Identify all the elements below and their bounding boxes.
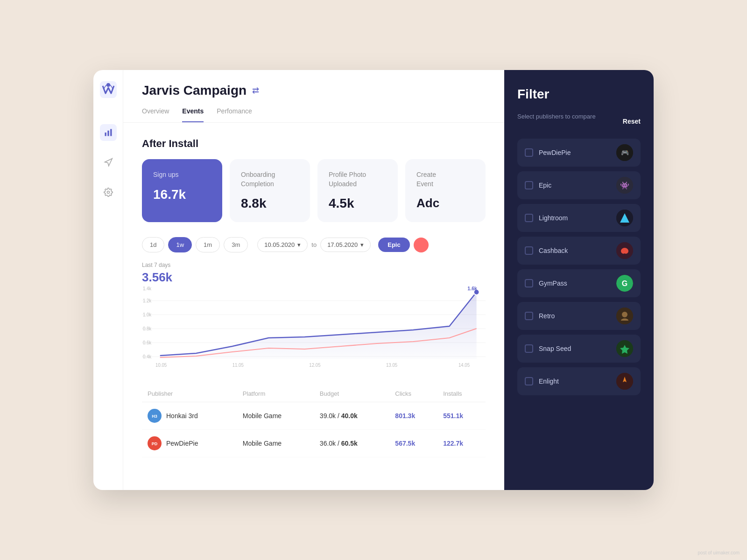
- metric-cards: Sign ups 16.7k OnboardingCompletion 8.8k…: [142, 159, 486, 222]
- filter-subtitle: Select publishers to compare: [517, 113, 596, 120]
- snapseed-checkbox[interactable]: [525, 344, 533, 353]
- sidebar: [93, 70, 123, 490]
- svg-text:G: G: [622, 280, 627, 287]
- swap-icon[interactable]: ⇄: [252, 85, 259, 96]
- chart-area: 0.4k 0.6k 0.8k 1.0k 1.2k 1.4k: [142, 287, 486, 371]
- tab-overview[interactable]: Overview: [142, 107, 169, 122]
- svg-text:H3: H3: [152, 414, 157, 419]
- reset-button[interactable]: Reset: [623, 118, 641, 125]
- platform-honkai: Mobile Game: [237, 402, 314, 430]
- svg-point-1: [106, 83, 110, 87]
- clicks-honkai: 801.3k: [389, 402, 437, 430]
- table-row: H3 Honkai 3rd Mobile Game 39.0k / 40.0k …: [142, 402, 486, 430]
- gympass-name: GymPass: [539, 280, 567, 287]
- metric-value-signups: 16.7k: [153, 187, 211, 202]
- publisher-item-enlight[interactable]: Enlight: [517, 367, 641, 395]
- tab-events[interactable]: Events: [182, 107, 204, 122]
- metric-value-photo: 4.5k: [329, 196, 387, 211]
- lightroom-checkbox[interactable]: [525, 214, 533, 222]
- metric-label-signups: Sign ups: [153, 170, 211, 180]
- sidebar-item-campaigns[interactable]: [100, 154, 117, 171]
- sidebar-item-analytics[interactable]: [100, 124, 117, 141]
- date-picker: 10.05.2020 ▾ to 17.05.2020 ▾: [257, 238, 371, 252]
- svg-rect-4: [110, 129, 112, 136]
- pewdie-avatar: PD: [148, 436, 162, 450]
- metric-card-onboarding[interactable]: OnboardingCompletion 8.8k: [230, 159, 310, 222]
- epic-icon: 👾: [616, 177, 633, 194]
- publisher-honkai: H3 Honkai 3rd: [142, 402, 237, 430]
- publisher-item-epic[interactable]: Epic 👾: [517, 171, 641, 199]
- chart-total-suffix: k: [166, 270, 172, 284]
- watermark: post of uimaker.com: [698, 550, 740, 555]
- gympass-checkbox[interactable]: [525, 279, 533, 287]
- retro-checkbox[interactable]: [525, 312, 533, 320]
- tab-performance[interactable]: Perfomance: [217, 107, 252, 122]
- app-logo: [100, 81, 117, 100]
- svg-text:PD: PD: [152, 441, 158, 446]
- pewdie-icon: 🎮: [616, 144, 633, 161]
- retro-name: Retro: [539, 312, 555, 320]
- metric-card-photo[interactable]: Profile PhotoUploaded 4.5k: [317, 159, 398, 222]
- chart-total-value: 3.56: [142, 270, 166, 284]
- to-date-picker[interactable]: 17.05.2020 ▾: [320, 238, 371, 252]
- data-table-container: Publisher Platform Budget Clicks Install…: [142, 385, 486, 457]
- svg-text:12.05: 12.05: [309, 363, 321, 368]
- filter-panel: Filter Select publishers to compare Rese…: [504, 70, 654, 490]
- svg-rect-2: [105, 133, 106, 136]
- enlight-checkbox[interactable]: [525, 377, 533, 385]
- page-header: Jarvis Campaign ⇄ Overview Events Perfom…: [123, 70, 504, 123]
- chart-total: 3.56k: [142, 270, 486, 285]
- chart-period: Last 7 days: [142, 262, 486, 268]
- svg-marker-17: [160, 292, 477, 359]
- filter-controls: 1d 1w 1m 3m 10.05.2020 ▾ to 17.05.2020 ▾…: [142, 237, 486, 252]
- epic-checkbox[interactable]: [525, 181, 533, 189]
- svg-text:1.6k: 1.6k: [467, 287, 478, 291]
- chart-container: Last 7 days 3.56k 0.4k: [142, 262, 486, 371]
- publisher-item-pewdie[interactable]: PewDiePie 🎮: [517, 139, 641, 167]
- lightroom-name: Lightroom: [539, 214, 568, 222]
- filter-title: Filter: [517, 87, 549, 102]
- col-header-platform: Platform: [237, 385, 314, 402]
- publisher-item-cashback[interactable]: Cashback: [517, 237, 641, 265]
- publisher-pewdie: PD PewDiePie: [142, 430, 237, 457]
- svg-text:14.05: 14.05: [458, 363, 470, 368]
- pewdie-checkbox[interactable]: [525, 148, 533, 157]
- from-date-picker[interactable]: 10.05.2020 ▾: [257, 238, 308, 252]
- publisher-item-snapseed[interactable]: Snap Seed: [517, 335, 641, 363]
- enlight-name: Enlight: [539, 378, 559, 385]
- table-row: PD PewDiePie Mobile Game 36.0k / 60.5k 5…: [142, 430, 486, 457]
- to-date-value: 17.05.2020: [327, 241, 358, 248]
- svg-rect-3: [107, 131, 109, 136]
- clicks-pewdie: 567.5k: [389, 430, 437, 457]
- publisher-item-lightroom[interactable]: Lightroom: [517, 204, 641, 232]
- snapseed-icon: [616, 340, 633, 357]
- svg-text:0.4k: 0.4k: [143, 354, 151, 359]
- gympass-icon: G: [616, 275, 633, 292]
- metric-label-photo: Profile PhotoUploaded: [329, 170, 387, 189]
- metric-card-event[interactable]: CreateEvent Adc: [405, 159, 486, 222]
- snapseed-name: Snap Seed: [539, 345, 571, 352]
- metric-label-onboarding: OnboardingCompletion: [241, 170, 299, 189]
- epic-name: Epic: [539, 182, 551, 189]
- svg-text:1.2k: 1.2k: [143, 298, 151, 303]
- red-tag-button[interactable]: [414, 238, 429, 252]
- sidebar-item-settings[interactable]: [100, 184, 117, 201]
- metric-value-event: Adc: [416, 196, 474, 210]
- chart-svg: 0.4k 0.6k 0.8k 1.0k 1.2k 1.4k: [142, 287, 486, 371]
- svg-text:11.05: 11.05: [233, 363, 244, 368]
- nav-tabs: Overview Events Perfomance: [142, 107, 486, 122]
- publisher-item-gympass[interactable]: GymPass G: [517, 269, 641, 297]
- metric-card-signups[interactable]: Sign ups 16.7k: [142, 159, 222, 222]
- publisher-item-retro[interactable]: Retro: [517, 302, 641, 330]
- time-filter-3m[interactable]: 3m: [224, 237, 248, 252]
- epic-tag-button[interactable]: Epic: [378, 238, 409, 252]
- time-filter-1m[interactable]: 1m: [196, 237, 220, 252]
- main-content: Jarvis Campaign ⇄ Overview Events Perfom…: [123, 70, 504, 490]
- time-filter-1d[interactable]: 1d: [142, 237, 164, 252]
- enlight-icon: [616, 373, 633, 390]
- installs-pewdie: 122.7k: [437, 430, 486, 457]
- to-label: to: [311, 241, 317, 248]
- budget-honkai: 39.0k / 40.0k: [314, 402, 389, 430]
- time-filter-1w[interactable]: 1w: [168, 237, 192, 252]
- cashback-checkbox[interactable]: [525, 246, 533, 255]
